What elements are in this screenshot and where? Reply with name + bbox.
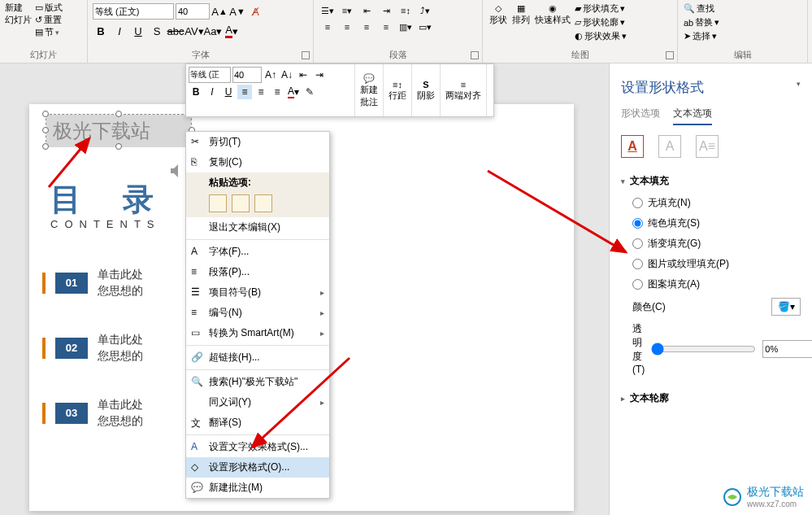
shape-effects-button[interactable]: ◐形状效果▾ [574,29,627,43]
menu-text-effects-format[interactable]: A设置文字效果格式(S)... [186,437,329,457]
menu-font[interactable]: A字体(F)... [186,242,329,262]
tab-shape-options[interactable]: 形状选项 [621,107,660,125]
menu-synonyms[interactable]: 同义词(Y)▸ [186,392,329,412]
menu-paragraph[interactable]: ≡段落(P)... [186,262,329,282]
resize-handle[interactable] [115,111,122,117]
paragraph-dialog-launcher[interactable] [471,51,479,59]
mini-justify-button[interactable]: ≡两端对齐 [441,64,487,116]
grow-font-button[interactable]: A▲ [211,3,228,20]
dedent-button[interactable]: ⇤ [358,3,376,18]
mini-grow-button[interactable]: A↑ [263,68,278,82]
mini-shadow-button[interactable]: S阴影 [412,64,441,116]
shrink-font-button[interactable]: A▼ [229,3,245,20]
transparency-input[interactable] [762,340,812,358]
panel-icon-textbox[interactable]: A≡ [696,135,719,158]
bullets-button[interactable]: ☰▾ [319,3,337,18]
mini-color-button[interactable]: A▾ [286,85,301,99]
line-spacing-button[interactable]: ≡↕ [397,3,415,18]
mini-new-comment-button[interactable]: 💬新建 批注 [355,64,384,116]
reset-button[interactable]: ↺重置 [35,14,63,26]
change-case-button[interactable]: Aa▾ [205,23,221,39]
menu-shape-format[interactable]: ◇设置形状格式(O)... [186,457,329,478]
menu-bullets[interactable]: ☰项目符号(B)▸ [186,282,329,303]
section-text-fill[interactable]: ▾文本填充 [621,169,801,193]
mini-align-button[interactable]: ≡ [237,85,252,99]
color-picker-button[interactable]: 🪣▾ [771,298,801,316]
radio-no-fill[interactable]: 无填充(N) [632,193,801,213]
panel-dropdown-button[interactable]: ▾ [797,75,801,89]
drawing-dialog-launcher[interactable] [666,51,674,59]
radio-pattern-fill[interactable]: 图案填充(A) [632,274,801,295]
char-spacing-button[interactable]: AV▾ [186,23,202,39]
mini-size-input[interactable] [232,67,262,83]
radio-picture-fill[interactable]: 图片或纹理填充(P) [632,254,801,274]
mini-painter-button[interactable]: ✎ [302,85,317,99]
font-dialog-launcher[interactable] [302,51,310,59]
mini-bold-button[interactable]: B [189,85,203,99]
section-button[interactable]: ▤节▾ [35,26,63,38]
mini-align3-button[interactable]: ≡ [270,85,284,99]
menu-smartart[interactable]: ▭转换为 SmartArt(M)▸ [186,323,329,343]
arrange-button[interactable]: ▦排列 [510,2,532,43]
panel-icon-text-effects[interactable]: A [658,135,681,158]
italic-button[interactable]: I [111,23,128,39]
menu-hyperlink[interactable]: 🔗超链接(H)... [186,347,329,368]
menu-copy[interactable]: ⎘复制(C) [186,152,329,172]
font-name-input[interactable] [93,3,174,20]
resize-handle[interactable] [42,127,49,133]
paste-option-2[interactable] [232,194,250,212]
shapes-button[interactable]: ◇形状 [488,2,509,43]
speaker-icon[interactable] [167,161,187,181]
shape-fill-button[interactable]: ▰形状填充▾ [574,2,627,15]
bold-button[interactable]: B [93,23,109,39]
selected-textbox[interactable]: 极光下载站 [46,114,192,146]
panel-icon-text-fill[interactable]: A [621,135,644,158]
mini-shrink-button[interactable]: A↓ [280,68,294,82]
text-direction-button[interactable]: ⤴▾ [416,3,434,18]
mini-align2-button[interactable]: ≡ [254,85,268,99]
mini-line-spacing-button[interactable]: ≡↕行距 [384,64,412,116]
layout-button[interactable]: ▭版式 [35,2,63,14]
mini-font-input[interactable] [189,67,231,83]
menu-search[interactable]: 🔍搜索(H)"极光下载站" [186,372,329,392]
align-left-button[interactable]: ≡ [319,20,337,34]
menu-exit-text-edit[interactable]: 退出文本编辑(X) [186,217,329,238]
radio-gradient-fill[interactable]: 渐变填充(G) [632,233,801,254]
replace-button[interactable]: ab替换▾ [683,15,802,29]
menu-translate[interactable]: 文翻译(S) [186,412,329,433]
indent-button[interactable]: ⇥ [377,3,395,18]
shape-outline-button[interactable]: ▱形状轮廓▾ [574,15,627,29]
transparency-slider[interactable] [651,343,756,356]
strikethrough-button[interactable]: abc [167,23,184,39]
paste-option-1[interactable] [209,194,227,212]
mini-indent-button[interactable]: ⇥ [312,68,327,82]
align-center-button[interactable]: ≡ [338,20,356,34]
menu-new-comment[interactable]: 💬新建批注(M) [186,478,329,498]
mini-italic-button[interactable]: I [205,85,219,99]
clear-format-button[interactable]: A̸ [247,3,263,20]
find-button[interactable]: 🔍查找 [683,2,802,15]
select-button[interactable]: ➤选择▾ [683,29,802,43]
new-slide-button[interactable]: 新建 幻灯片 [5,2,32,38]
justify-button[interactable]: ≡ [377,20,395,34]
columns-button[interactable]: ▥▾ [397,20,415,34]
font-color-button[interactable]: A▾ [224,23,240,39]
quick-styles-button[interactable]: ◉快速样式 [533,2,572,43]
mini-underline-button[interactable]: U [221,85,236,99]
shadow-button[interactable]: S [149,23,165,39]
paste-option-3[interactable] [254,194,272,212]
numbering-button[interactable]: ≡▾ [338,3,356,18]
resize-handle[interactable] [42,111,49,117]
underline-button[interactable]: U [130,23,146,39]
tab-text-options[interactable]: 文本选项 [673,107,712,125]
mini-dedent-button[interactable]: ⇤ [296,68,310,82]
font-size-input[interactable] [176,3,210,20]
resize-handle[interactable] [115,143,122,150]
section-text-outline[interactable]: ▸文本轮廓 [621,386,801,410]
radio-solid-fill[interactable]: 纯色填充(S) [632,213,801,233]
textbox-content[interactable]: 极光下载站 [46,115,191,147]
align-right-button[interactable]: ≡ [358,20,376,34]
resize-handle[interactable] [42,143,49,150]
menu-numbering[interactable]: ≡编号(N)▸ [186,303,329,323]
menu-cut[interactable]: ✂剪切(T) [186,132,329,152]
